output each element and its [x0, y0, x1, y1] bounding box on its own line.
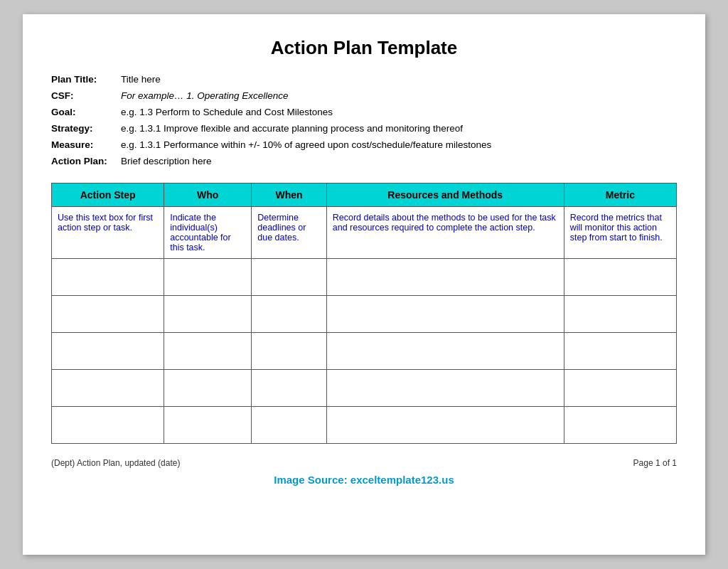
table-cell: Record the metrics that will monitor thi…	[564, 206, 676, 258]
table-cell-empty	[252, 295, 326, 332]
table-cell-empty	[326, 258, 564, 295]
action-plan-table: Action Step Who When Resources and Metho…	[51, 183, 677, 444]
table-cell-empty	[326, 295, 564, 332]
table-cell: Record details about the methods to be u…	[326, 206, 564, 258]
meta-row: Plan Title:Title here	[51, 72, 677, 88]
meta-value: Title here	[121, 72, 161, 88]
header-metric: Metric	[564, 183, 676, 206]
header-who: Who	[164, 183, 252, 206]
meta-label: Strategy:	[51, 121, 115, 137]
table-cell-empty	[326, 332, 564, 369]
table-header: Action Step Who When Resources and Metho…	[52, 183, 677, 206]
table-row	[52, 295, 677, 332]
table-cell-empty	[326, 369, 564, 406]
meta-label: Measure:	[51, 137, 115, 154]
table-cell-empty	[252, 258, 326, 295]
table-body: Use this text box for first action step …	[52, 206, 677, 443]
table-first-row: Use this text box for first action step …	[52, 206, 677, 258]
meta-label: Plan Title:	[51, 72, 115, 88]
table-cell: Determine deadlines or due dates.	[252, 206, 326, 258]
image-source: Image Source: exceltemplate123.us	[51, 474, 677, 486]
table-cell-empty	[164, 295, 252, 332]
header-action-step: Action Step	[52, 183, 164, 206]
table-row	[52, 369, 677, 406]
table-row	[52, 406, 677, 443]
table-cell-empty	[252, 406, 326, 443]
table-cell-empty	[164, 258, 252, 295]
table-cell-empty	[52, 258, 164, 295]
meta-row: CSF:For example… 1. Operating Excellence	[51, 88, 677, 105]
meta-section: Plan Title:Title hereCSF:For example… 1.…	[51, 72, 677, 170]
header-resources: Resources and Methods	[326, 183, 564, 206]
table-cell: Use this text box for first action step …	[52, 206, 164, 258]
meta-value: e.g. 1.3 Perform to Schedule and Cost Mi…	[121, 105, 333, 121]
meta-label: Action Plan:	[51, 154, 115, 170]
footer-left: (Dept) Action Plan, updated (date)	[51, 458, 180, 468]
meta-row: Measure:e.g. 1.3.1 Performance within +/…	[51, 137, 677, 154]
table-cell-empty	[52, 295, 164, 332]
meta-row: Strategy:e.g. 1.3.1 Improve flexible and…	[51, 121, 677, 137]
page: Action Plan Template Plan Title:Title he…	[23, 14, 705, 555]
table-row	[52, 332, 677, 369]
footer: (Dept) Action Plan, updated (date) Page …	[51, 458, 677, 468]
table-cell-empty	[564, 369, 676, 406]
table-cell-empty	[164, 369, 252, 406]
table-cell-empty	[252, 369, 326, 406]
table-cell-empty	[52, 332, 164, 369]
meta-row: Action Plan:Brief description here	[51, 154, 677, 170]
meta-value: For example… 1. Operating Excellence	[121, 88, 289, 105]
meta-value: e.g. 1.3.1 Performance within +/- 10% of…	[121, 137, 491, 154]
footer-right: Page 1 of 1	[633, 458, 677, 468]
table-cell-empty	[164, 332, 252, 369]
table-cell-empty	[164, 406, 252, 443]
table-cell-empty	[564, 258, 676, 295]
table-cell: Indicate the individual(s) accountable f…	[164, 206, 252, 258]
table-cell-empty	[564, 295, 676, 332]
header-when: When	[252, 183, 326, 206]
meta-row: Goal:e.g. 1.3 Perform to Schedule and Co…	[51, 105, 677, 121]
table-cell-empty	[564, 332, 676, 369]
table-cell-empty	[564, 406, 676, 443]
meta-label: Goal:	[51, 105, 115, 121]
meta-label: CSF:	[51, 88, 115, 105]
meta-value: e.g. 1.3.1 Improve flexible and accurate…	[121, 121, 463, 137]
table-cell-empty	[52, 369, 164, 406]
table-row	[52, 258, 677, 295]
table-cell-empty	[326, 406, 564, 443]
table-cell-empty	[252, 332, 326, 369]
meta-value: Brief description here	[121, 154, 212, 170]
table-cell-empty	[52, 406, 164, 443]
page-title: Action Plan Template	[51, 37, 677, 59]
